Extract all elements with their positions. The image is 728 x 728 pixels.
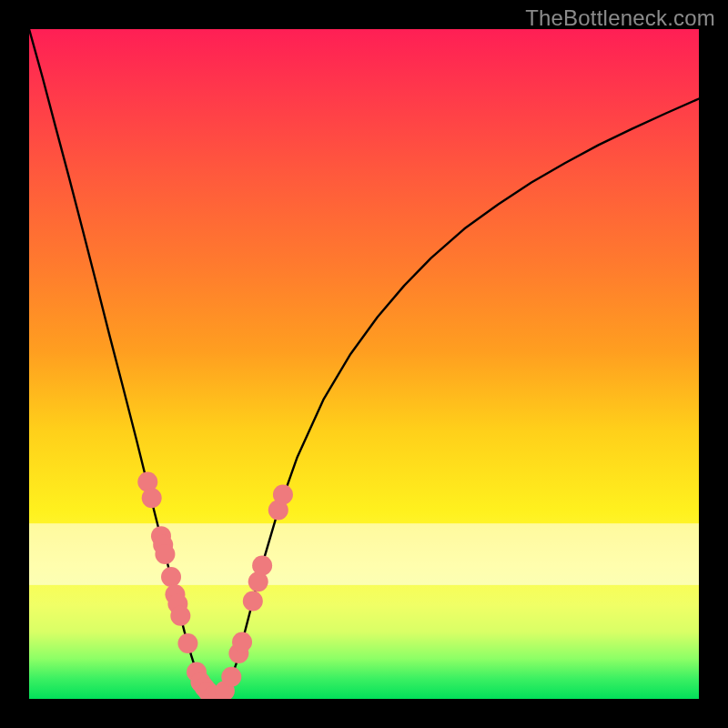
- marker-dot: [243, 592, 263, 612]
- bottleneck-chart: [0, 0, 728, 728]
- marker-dot: [142, 488, 162, 508]
- marker-dot: [161, 567, 181, 587]
- plot-area: [29, 29, 699, 699]
- marker-dot: [232, 632, 252, 652]
- marker-dot: [170, 606, 190, 626]
- pale-band: [29, 523, 699, 585]
- marker-dot: [221, 667, 241, 687]
- marker-dot: [273, 485, 293, 505]
- marker-dot: [252, 556, 272, 576]
- marker-dot: [155, 544, 175, 564]
- chart-container: { "watermark": "TheBottleneck.com", "fra…: [0, 0, 728, 728]
- marker-dot: [177, 633, 197, 653]
